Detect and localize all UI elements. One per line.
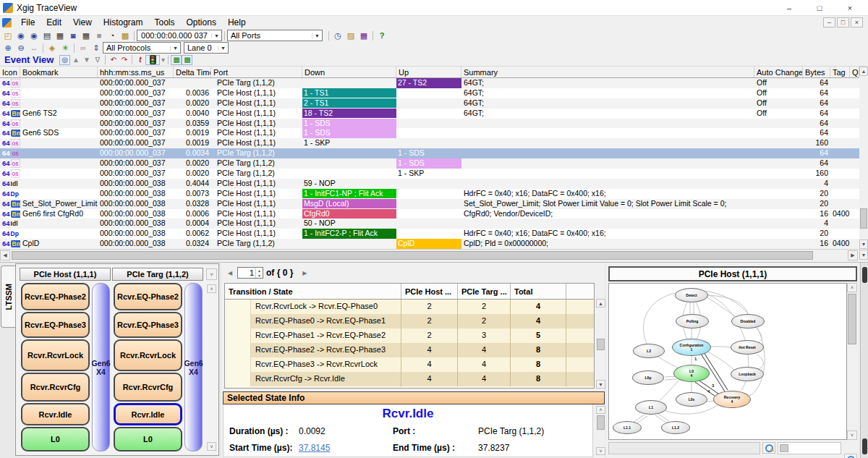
ltssm-state[interactable]: L0 [21, 427, 90, 451]
diagram-zoom-out-icon[interactable] [762, 442, 775, 454]
help-icon[interactable]: ? [375, 30, 388, 41]
grid-view-icon[interactable]: ▦ [80, 30, 93, 41]
transition-row[interactable]: Rcvr.EQ-Phase0 -> Rcvr.EQ-Phase1 2 2 4 [225, 314, 594, 328]
state-node[interactable]: L0p [632, 370, 664, 385]
trace-row[interactable]: 64os 000:00:00.000_037 0.0020 PCIe Targ … [0, 169, 859, 179]
col-total[interactable]: Total [511, 284, 566, 299]
state-node[interactable]: Detect [675, 288, 708, 302]
menu-item[interactable]: Edit [41, 17, 67, 27]
markers-icon[interactable]: ▦ [357, 30, 370, 41]
state-node[interactable]: L1 [635, 400, 667, 415]
transition-row[interactable]: Rcvr.RcvrLock -> Rcvr.EQ-Phase0 2 2 4 [225, 300, 594, 314]
select-pointer-icon[interactable]: ◎ [59, 55, 70, 65]
lane-select[interactable]: Lane 0 ▼ [184, 42, 229, 54]
jump-forward-icon[interactable]: ↷ [119, 55, 129, 65]
import-trace-icon[interactable]: ◉ [14, 30, 27, 41]
diagram-vscrollbar[interactable]: ˄ ˅ [847, 283, 857, 440]
ltssm-state[interactable]: Rcvr.RcvrLock [21, 339, 90, 371]
chevron-down-icon[interactable]: ▼ [312, 33, 322, 38]
chevron-down-icon[interactable]: ▼ [170, 46, 180, 51]
scroll-right-icon[interactable]: ▶ [848, 250, 858, 260]
statistics-icon[interactable]: ▨ [344, 30, 357, 41]
filter-icon[interactable]: ∇ [92, 55, 103, 65]
fit-width-icon[interactable]: ↔ [27, 43, 41, 54]
close-button[interactable]: × [835, 0, 865, 16]
chevron-down-icon[interactable]: ▾ [160, 55, 166, 65]
trace-row[interactable]: 64Bm Gen6 first CfgRd0 000:00:00.000_038… [0, 209, 859, 219]
traffic-light-icon[interactable] [145, 55, 160, 65]
col-pcie-host[interactable]: PCIe Host ... [401, 284, 458, 299]
protocols-select[interactable]: All Protocols ▼ [103, 42, 181, 54]
col-tag[interactable]: Tag [830, 67, 850, 77]
state-node[interactable]: Configuration1 [672, 339, 711, 356]
scroll-thumb[interactable] [597, 339, 605, 350]
trace-row[interactable]: 64Bm Gen6 TS2 000:00:00.000_037 0.0040 P… [0, 109, 859, 119]
save-icon[interactable]: ▤ [41, 30, 54, 41]
scroll-down-icon[interactable]: ˅ [207, 442, 216, 451]
tag-icon[interactable]: ◈ [46, 43, 59, 54]
transition-row[interactable]: Rcvr.EQ-Phase2 -> Rcvr.EQ-Phase3 4 4 8 [225, 343, 594, 357]
prev-event-icon[interactable]: ▲ [70, 55, 81, 65]
menu-item[interactable]: Histogram [98, 17, 149, 27]
jump-back-icon[interactable]: ↶ [108, 55, 119, 65]
diagram-zoom-in-icon[interactable] [844, 454, 857, 458]
snowflake-icon[interactable]: ✳ [59, 43, 72, 54]
trace-row[interactable]: 64os 000:00:00.000_037 0.0020 PCIe Targ … [0, 158, 859, 169]
chevron-down-icon[interactable]: ▼ [211, 33, 221, 38]
splitter-grip[interactable] [862, 438, 867, 454]
col-delta-time[interactable]: Delta Time [174, 67, 211, 77]
mdi-close-button[interactable]: × [851, 17, 863, 27]
mdi-restore-button[interactable]: □ [837, 17, 849, 27]
scroll-thumb[interactable] [12, 251, 813, 260]
trace-row[interactable]: 64Bm CplD 000:00:00.000_038 0.0324 PCIe … [0, 239, 859, 249]
trace-row[interactable]: 64os 000:00:00.000_037 0.0020 PCIe Host … [0, 98, 859, 109]
menu-item[interactable]: Tools [149, 17, 181, 27]
trace-row[interactable]: 64os 000:00:00.000_037 0.0036 PCIe Host … [0, 88, 859, 98]
export-trace-icon[interactable]: ◉ [27, 30, 41, 41]
trace-row[interactable]: 64os 000:00:00.000_037 0.0359 PCIe Host … [0, 119, 859, 129]
state-node[interactable]: Hot Reset [731, 340, 764, 355]
ltssm-dropdown-icon[interactable]: ˅ [206, 268, 217, 280]
col-down[interactable]: Down [302, 67, 396, 77]
tab-ltssm[interactable]: LTSSM [1, 266, 15, 328]
menu-item[interactable]: Help [222, 17, 252, 27]
view-settings-icon[interactable]: ▩ [119, 30, 132, 41]
diagram-hscroll-track[interactable] [608, 442, 760, 454]
ltssm-targ-header[interactable]: PCIe Targ (1,1,2) [112, 268, 203, 281]
state-node[interactable]: Disabled [731, 314, 765, 328]
ltssm-state[interactable]: Rcvr.Idle [21, 403, 90, 425]
scroll-up-icon[interactable]: ˄ [596, 406, 605, 414]
scroll-down-icon[interactable]: ˅ [596, 447, 605, 455]
menu-item[interactable]: File [15, 17, 41, 27]
ltssm-state[interactable]: Rcvr.EQ-Phase3 [21, 312, 90, 338]
trace-row[interactable]: 64Bm Gen6 SDS 000:00:00.000_037 0.0019 P… [0, 128, 859, 138]
col-time[interactable]: hhh:mm:ss.ms_us [98, 67, 174, 77]
splitter-grip[interactable] [862, 267, 867, 283]
scroll-up-icon[interactable]: ▲ [596, 299, 605, 308]
trace-row[interactable]: 64os 000:00:00.000_037 0.0019 PCIe Host … [0, 138, 859, 148]
state-node[interactable]: Loopback [731, 367, 764, 381]
binoculars-icon[interactable]: ∞ [77, 43, 90, 54]
spin-up-icon[interactable]: ▲ [256, 268, 263, 273]
transition-row[interactable]: Rcvr.EQ-Phase3 -> Rcvr.RcvrLock 4 4 8 [225, 357, 594, 372]
col-summary[interactable]: Summary [461, 67, 754, 77]
zoom-out-icon[interactable]: ⊖ [14, 43, 27, 54]
info-vscrollbar[interactable]: ˄ ˅ [596, 406, 605, 455]
ports-select[interactable]: All Ports ▼ [227, 30, 323, 41]
trace-row[interactable]: 64Dp 000:00:00.000_038 0.0073 PCIe Host … [0, 189, 859, 199]
scroll-down-icon[interactable]: ▼ [859, 239, 868, 249]
trace-row[interactable]: 64Idl 000:00:00.000_038 0.0004 PCIe Host… [0, 219, 859, 229]
transition-row[interactable]: Rcvr.EQ-Phase1 -> Rcvr.EQ-Phase2 2 3 5 [225, 328, 594, 343]
ltssm-state[interactable]: Rcvr.RcvrCfg [114, 373, 182, 402]
state-node[interactable]: L1.1 [613, 421, 642, 434]
col-up[interactable]: Up [396, 67, 461, 77]
col-auto-change[interactable]: Auto Change [754, 67, 803, 77]
trace-row[interactable]: 64os 000:00:00.000_037 0.0034 PCIe Targ … [0, 148, 859, 158]
ltssm-state[interactable]: Rcvr.EQ-Phase3 [114, 312, 182, 338]
state-node[interactable]: L0s [676, 392, 707, 407]
col-queue[interactable]: Qu [850, 67, 859, 77]
mdi-minimize-button[interactable]: – [823, 17, 835, 27]
diagram-zoom-slider[interactable] [778, 442, 841, 454]
col-port[interactable]: Port [211, 67, 302, 77]
scroll-down-icon[interactable]: ▼ [596, 380, 605, 389]
